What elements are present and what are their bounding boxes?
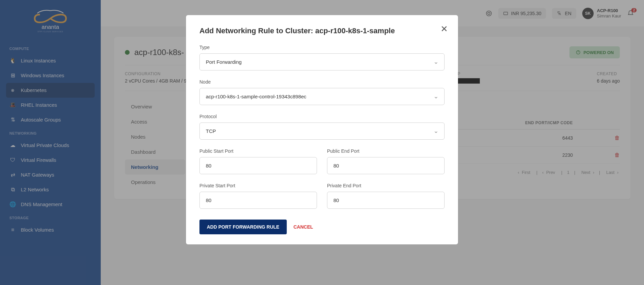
node-label: Node — [199, 79, 445, 85]
private-end-port-input[interactable] — [327, 192, 445, 209]
modal-overlay: ✕ Add Networking Rule to Cluster: acp-r1… — [0, 0, 644, 285]
protocol-select[interactable]: TCP — [199, 123, 445, 140]
cancel-button[interactable]: CANCEL — [293, 224, 313, 230]
public-end-port-input[interactable] — [327, 157, 445, 174]
protocol-label: Protocol — [199, 114, 445, 119]
add-rule-modal: ✕ Add Networking Rule to Cluster: acp-r1… — [186, 15, 458, 244]
node-select[interactable]: acp-r100-k8s-1-sample-control-19343c898e… — [199, 88, 445, 105]
modal-title: Add Networking Rule to Cluster: acp-r100… — [199, 27, 445, 35]
type-label: Type — [199, 45, 445, 50]
private-start-port-input[interactable] — [199, 192, 317, 209]
public-start-port-input[interactable] — [199, 157, 317, 174]
close-icon[interactable]: ✕ — [441, 24, 448, 34]
type-select[interactable]: Port Forwarding — [199, 53, 445, 70]
add-rule-button[interactable]: ADD PORT FORWARDING RULE — [199, 220, 287, 234]
